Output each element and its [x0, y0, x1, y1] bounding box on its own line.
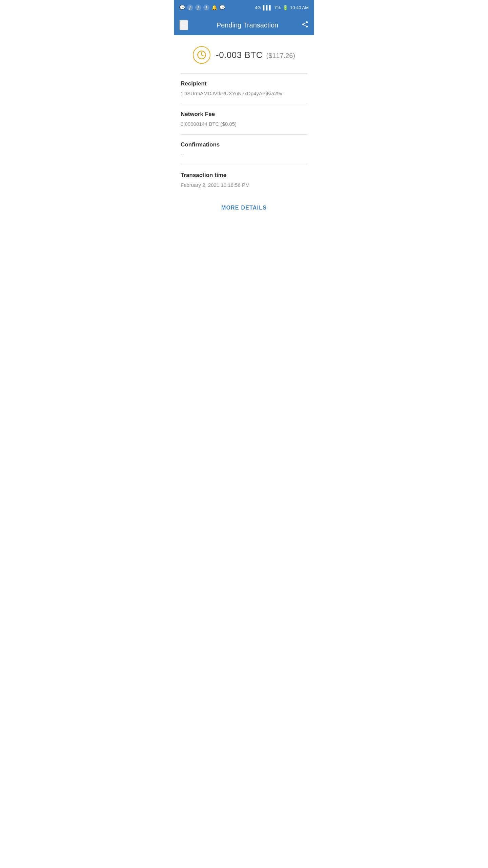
btc-amount: -0.003 BTC	[216, 50, 263, 60]
battery-icon: 🔋	[283, 5, 288, 10]
sms-icon: 💬	[179, 5, 185, 10]
fiat-amount: ($117.26)	[266, 52, 295, 59]
more-details-section: MORE DETAILS	[174, 195, 314, 224]
facebook-icon-1: f	[187, 4, 193, 11]
signal-strength-icon: ▌▌▌	[263, 5, 272, 10]
chat-icon: 💬	[219, 5, 225, 10]
network-fee-section: Network Fee 0.00000144 BTC ($0.05)	[174, 104, 314, 134]
back-arrow-icon: ←	[180, 21, 187, 29]
time-display: 10:40 AM	[290, 5, 309, 10]
status-bar-notifications: 💬 f f f 🔔 💬	[179, 4, 225, 11]
recipient-label: Recipient	[181, 80, 307, 87]
more-details-button[interactable]: MORE DETAILS	[221, 205, 267, 211]
transaction-time-section: Transaction time February 2, 2021 10:16:…	[174, 165, 314, 195]
app-bar: ← Pending Transaction	[174, 15, 314, 35]
share-button[interactable]	[301, 21, 309, 30]
notification-icon: 🔔	[211, 5, 217, 10]
status-bar: 💬 f f f 🔔 💬 4G ▌▌▌ 7% 🔋 10:40 AM	[174, 0, 314, 15]
recipient-section: Recipient 1DSUrmAMDJVtkRUXYuN7xDp4yAPjKi…	[174, 74, 314, 104]
confirmations-value: --	[181, 151, 307, 158]
facebook-icon-3: f	[203, 4, 209, 11]
recipient-address: 1DSUrmAMDJVtkRUXYuN7xDp4yAPjKia29v	[181, 90, 307, 97]
network-type: 4G	[255, 5, 261, 10]
page-title: Pending Transaction	[194, 21, 301, 29]
share-icon	[301, 21, 309, 28]
battery-level: 7%	[274, 5, 281, 10]
amount-display: -0.003 BTC ($117.26)	[216, 50, 295, 60]
amount-section: -0.003 BTC ($117.26)	[174, 35, 314, 73]
facebook-icon-2: f	[195, 4, 201, 11]
transaction-time-label: Transaction time	[181, 172, 307, 179]
back-button[interactable]: ←	[179, 20, 188, 30]
confirmations-section: Confirmations --	[174, 135, 314, 165]
main-content: -0.003 BTC ($117.26) Recipient 1DSUrmAMD…	[174, 35, 314, 224]
network-fee-label: Network Fee	[181, 111, 307, 118]
status-bar-system: 4G ▌▌▌ 7% 🔋 10:40 AM	[255, 5, 309, 10]
confirmations-label: Confirmations	[181, 141, 307, 148]
pending-clock-icon	[193, 46, 210, 64]
network-fee-value: 0.00000144 BTC ($0.05)	[181, 120, 307, 127]
transaction-time-value: February 2, 2021 10:16:56 PM	[181, 181, 307, 189]
